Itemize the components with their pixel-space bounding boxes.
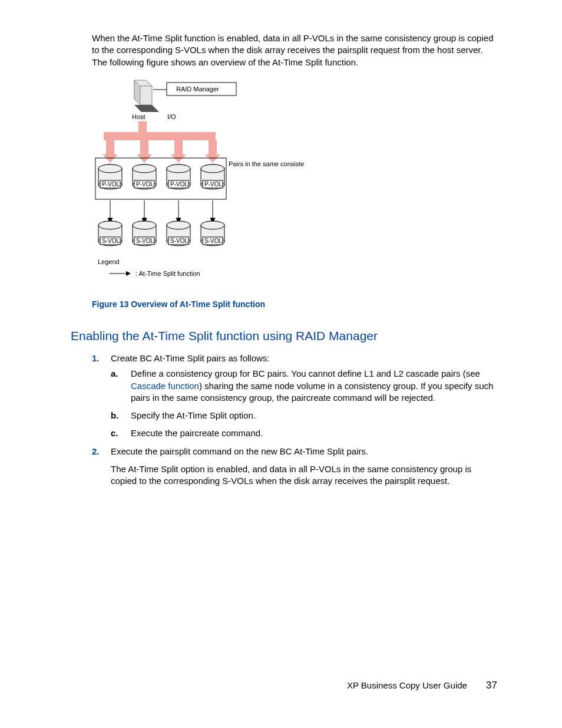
- host-icon: [134, 80, 159, 112]
- substep-b-marker: b.: [111, 410, 118, 421]
- substep-c-marker: c.: [111, 427, 118, 439]
- at-time-split-diagram: Host RAID Manager I/O: [92, 77, 304, 289]
- step-2: 2. Execute the pairsplit command on the …: [92, 446, 497, 487]
- step-2-after: The At-Time Split option is enabled, and…: [111, 463, 497, 487]
- svg-point-33: [167, 164, 190, 173]
- svg-rect-5: [138, 121, 147, 132]
- raid-manager-label: RAID Manager: [176, 85, 219, 93]
- svg-marker-14: [205, 154, 220, 163]
- intro-paragraph: When the At-Time Split function is enabl…: [92, 32, 497, 68]
- svg-text:S-VOL: S-VOL: [204, 238, 222, 244]
- footer-guide: XP Business Copy User Guide: [347, 680, 467, 690]
- svg-marker-8: [103, 154, 118, 163]
- steps-list: 1. Create BC At-Time Split pairs as foll…: [92, 353, 497, 487]
- step-1-text: Create BC At-Time Split pairs as follows…: [111, 353, 270, 363]
- pairs-note-line1: Pairs in the same consistency group: [229, 160, 304, 167]
- substeps-list: a. Define a consistency group for BC pai…: [111, 368, 497, 439]
- legend-title: Legend: [98, 258, 120, 265]
- step-2-marker: 2.: [92, 446, 100, 457]
- svg-rect-6: [104, 132, 216, 140]
- cascade-function-link[interactable]: Cascade function: [131, 381, 199, 391]
- svg-rect-13: [209, 140, 217, 154]
- substep-c-text: Execute the paircreate command.: [131, 428, 263, 438]
- host-label: Host: [132, 113, 146, 120]
- substep-a-marker: a.: [111, 368, 118, 380]
- figure-caption: Figure 13 Overview of At-Time Split func…: [92, 299, 497, 310]
- step-1-marker: 1.: [92, 353, 100, 364]
- svg-rect-7: [106, 140, 114, 154]
- svg-text:P-VOL: P-VOL: [136, 181, 154, 187]
- step-1: 1. Create BC At-Time Split pairs as foll…: [92, 353, 497, 440]
- figure-13: Host RAID Manager I/O: [92, 77, 497, 292]
- io-label: I/O: [167, 113, 176, 120]
- split-arrows: [108, 200, 215, 223]
- legend-item: : At-Time Split function: [135, 270, 200, 277]
- svg-point-69: [167, 221, 190, 229]
- substep-a-pre: Define a consistency group for BC pairs.…: [131, 368, 480, 378]
- substep-a: a. Define a consistency group for BC pai…: [111, 368, 497, 404]
- svg-marker-10: [137, 154, 152, 163]
- svg-marker-12: [171, 154, 186, 163]
- substep-c: c. Execute the paircreate command.: [111, 427, 497, 439]
- pvol-cylinders: P-VOL P-VOL: [98, 164, 224, 189]
- substep-b: b. Specify the At-Time Split option.: [111, 410, 497, 421]
- io-arrows: [103, 121, 220, 163]
- svg-text:P-VOL: P-VOL: [170, 181, 188, 187]
- svg-text:P-VOL: P-VOL: [102, 181, 120, 187]
- step-2-text: Execute the pairsplit command on the new…: [111, 446, 368, 456]
- svg-text:P-VOL: P-VOL: [204, 181, 222, 187]
- page-footer: XP Business Copy User Guide 37: [347, 679, 497, 693]
- svg-point-55: [98, 221, 122, 229]
- svg-point-26: [133, 164, 156, 173]
- svg-marker-80: [126, 271, 131, 276]
- svg-text:S-VOL: S-VOL: [102, 238, 120, 244]
- svg-point-62: [133, 221, 156, 229]
- section-heading: Enabling the At-Time Split function usin…: [71, 328, 497, 344]
- svg-point-40: [201, 164, 224, 173]
- svg-text:S-VOL: S-VOL: [170, 238, 188, 244]
- svol-cylinders: S-VOL S-VOL: [98, 221, 224, 246]
- svg-rect-11: [174, 140, 183, 154]
- footer-pagenum: 37: [486, 680, 497, 691]
- page: When the At-Time Split function is enabl…: [0, 0, 562, 728]
- svg-text:S-VOL: S-VOL: [136, 238, 154, 244]
- substep-b-text: Specify the At-Time Split option.: [131, 410, 256, 420]
- svg-marker-3: [134, 105, 159, 112]
- svg-point-76: [201, 221, 224, 229]
- svg-point-19: [98, 164, 122, 173]
- svg-rect-9: [140, 140, 148, 154]
- legend-arrow-icon: [110, 271, 131, 276]
